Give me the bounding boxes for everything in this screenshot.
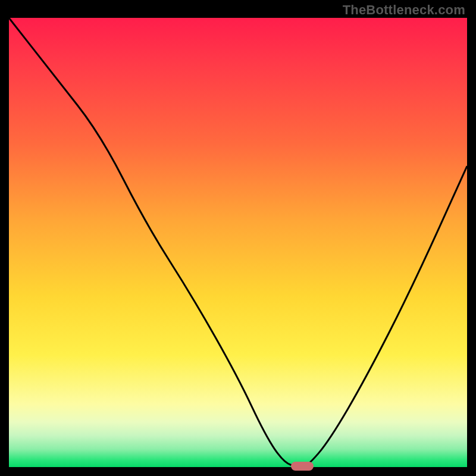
- bottleneck-curve: [9, 18, 467, 467]
- optimal-marker: [291, 462, 314, 471]
- attribution-text: TheBottleneck.com: [343, 2, 465, 18]
- chart-frame: TheBottleneck.com: [0, 0, 476, 476]
- curve-path: [9, 18, 467, 467]
- plot-area: [9, 18, 467, 467]
